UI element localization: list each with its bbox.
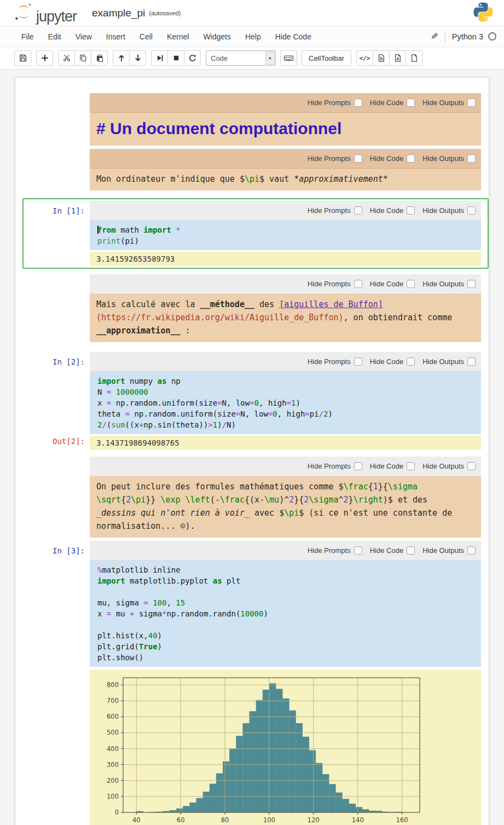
divider [445, 31, 445, 42]
file-pdf-icon: A [393, 54, 402, 62]
hide-outputs-checkbox[interactable] [467, 154, 476, 163]
cell-output-row: 0100200300400500600700800406080100120140… [15, 667, 489, 825]
hide-prompts-checkbox[interactable] [354, 154, 362, 163]
interrupt-icon [172, 54, 181, 62]
cell-toolbar-header: Hide PromptsHide CodeHide Outputs [90, 149, 481, 169]
save-icon [19, 54, 27, 62]
hide-toggle-label: Hide Prompts [308, 206, 351, 215]
paste-button[interactable] [91, 50, 108, 66]
hide-toggle-label: Hide Code [370, 357, 403, 366]
extension-button-group: </>A [356, 50, 422, 66]
hide-outputs-checkbox[interactable] [467, 357, 476, 366]
cell-main-row: In [1]:Hide PromptsHide CodeHide Outputs… [25, 201, 486, 250]
hide-prompts-checkbox[interactable] [354, 99, 362, 107]
file-pdf-button[interactable]: A [389, 50, 406, 66]
markdown-editor[interactable]: Mon ordinateur m'indique que $\pi$ vaut … [90, 169, 481, 191]
move-up-button[interactable] [113, 50, 130, 66]
run-button[interactable] [151, 50, 168, 66]
menu-item-file[interactable]: File [14, 27, 41, 46]
ytick-label: 600 [107, 713, 119, 720]
kernel-idle-indicator-icon [488, 32, 496, 41]
hide-code-checkbox[interactable] [407, 206, 415, 215]
toolbar-button-group [58, 50, 108, 66]
file-new-button[interactable] [405, 50, 422, 66]
text-line: import numpy as np [97, 376, 481, 386]
hide-code-checkbox[interactable] [407, 99, 415, 107]
histogram-bar [242, 723, 249, 812]
menubar: FileEditViewInsertCellKernelWidgetsHelpH… [0, 26, 504, 47]
code-editor[interactable]: from math import *print(pi) [90, 221, 481, 250]
code-editor[interactable]: %matplotlib inlineimport matplotlib.pypl… [90, 561, 481, 667]
hide-toggle-label: Hide Outputs [422, 357, 464, 366]
text-line: plt.show() [97, 652, 481, 663]
hide-prompts-checkbox[interactable] [354, 206, 362, 215]
copy-icon [79, 54, 88, 62]
ytick-label: 100 [107, 793, 119, 800]
interrupt-button[interactable] [167, 50, 184, 66]
hide-outputs-checkbox[interactable] [467, 206, 476, 215]
histogram-bar [276, 689, 282, 812]
text-line: __approximation__ : [96, 324, 474, 337]
hide-prompts-checkbox[interactable] [354, 280, 362, 288]
hide-code-checkbox[interactable] [407, 154, 415, 163]
notebook-title[interactable]: example_pi [92, 7, 145, 19]
restart-icon [188, 54, 197, 62]
markdown-cell: Hide PromptsHide CodeHide OutputsMon ord… [15, 149, 489, 191]
celltoolbar-button[interactable]: CellToolbar [302, 50, 351, 66]
histogram-bar [236, 736, 242, 812]
cell-output-row: 3.141592653589793 [25, 250, 486, 266]
text-line: 2/(sum((x+np.sin(theta))>1)/N) [97, 419, 481, 430]
move-down-button[interactable] [129, 50, 146, 66]
menu-item-hide-code[interactable]: Hide Code [268, 27, 318, 46]
markdown-editor[interactable]: On peut inclure des formules mathématiqu… [90, 476, 481, 538]
file-text-button[interactable] [373, 50, 390, 66]
menu-item-edit[interactable]: Edit [41, 27, 68, 46]
histogram-bar [362, 809, 369, 812]
output-prompt: Out[2]: [15, 434, 90, 446]
markdown-editor[interactable]: # Un document computationnel [90, 113, 481, 146]
hide-code-checkbox[interactable] [407, 546, 415, 555]
cell-type-value: Code [206, 54, 265, 62]
histogram-bar [356, 807, 362, 812]
cut-button[interactable] [58, 50, 75, 66]
code-toggle-button[interactable]: </> [356, 50, 373, 66]
hide-outputs-checkbox[interactable] [467, 462, 476, 470]
code-editor[interactable]: import numpy as npN = 1000000x = np.rand… [90, 372, 481, 434]
histogram-bar [223, 761, 229, 812]
hide-outputs-checkbox[interactable] [467, 546, 476, 555]
menu-item-kernel[interactable]: Kernel [160, 27, 196, 46]
jupyter-logo-icon [14, 2, 33, 24]
cell-type-select[interactable]: Code ▼ [206, 50, 276, 66]
hide-code-checkbox[interactable] [407, 357, 415, 366]
restart-button[interactable] [184, 50, 201, 66]
hide-toggle-label: Hide Code [370, 99, 403, 107]
text-line: plt.hist(x,40) [97, 630, 481, 641]
jupyter-logo[interactable]: jupyter [14, 2, 77, 24]
save-button[interactable] [14, 50, 31, 66]
menu-item-view[interactable]: View [68, 27, 99, 46]
cell-main-row: Hide PromptsHide CodeHide OutputsMais ca… [15, 274, 489, 342]
hide-code-checkbox[interactable] [407, 280, 415, 288]
copy-button[interactable] [74, 50, 91, 66]
hide-code-checkbox[interactable] [407, 462, 415, 470]
prompt-gutter: In [3]: [15, 541, 90, 667]
hide-outputs-checkbox[interactable] [467, 280, 476, 288]
menu-item-cell[interactable]: Cell [132, 27, 160, 46]
text-line: %matplotlib inline [97, 564, 481, 575]
keyboard-button[interactable] [280, 50, 297, 66]
menu-item-insert[interactable]: Insert [99, 27, 132, 46]
hide-outputs-checkbox[interactable] [467, 99, 476, 107]
histogram-bar [329, 784, 335, 812]
insert-below-button[interactable] [36, 50, 53, 66]
cell-main-row: Hide PromptsHide CodeHide Outputs# Un do… [15, 93, 489, 146]
hide-prompts-checkbox[interactable] [354, 357, 362, 366]
histogram-bar [269, 683, 276, 812]
menu-item-widgets[interactable]: Widgets [196, 27, 238, 46]
hide-prompts-checkbox[interactable] [354, 546, 362, 555]
menu-item-help[interactable]: Help [238, 27, 268, 46]
hide-prompts-checkbox[interactable] [354, 462, 362, 470]
hide-toggle-label: Hide Outputs [422, 206, 464, 215]
markdown-editor[interactable]: Mais calculé avec la __méthode__ des [ai… [90, 294, 481, 342]
text-line: Mais calculé avec la __méthode__ des [ai… [96, 298, 474, 311]
svg-text:A: A [396, 56, 399, 61]
